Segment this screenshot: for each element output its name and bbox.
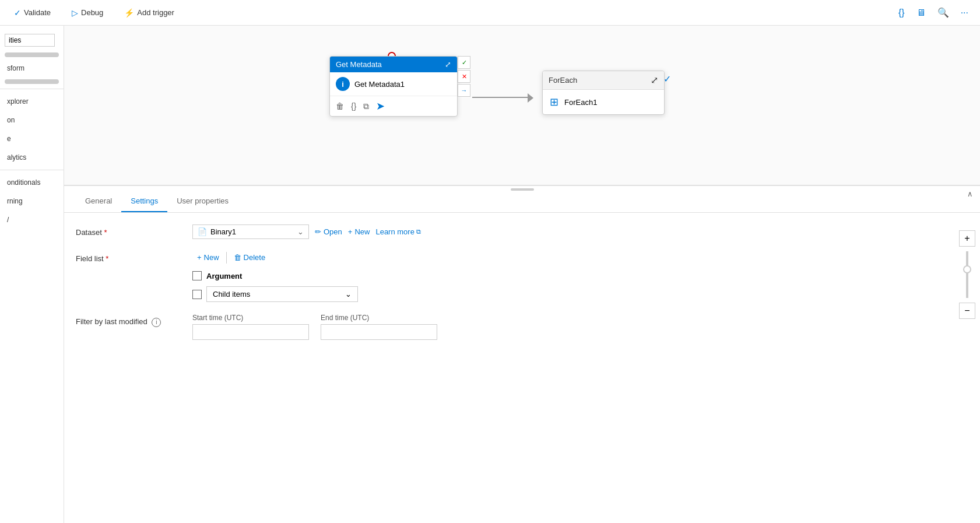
dataset-open-button[interactable]: ✏ Open [315,227,342,236]
sidebar-item-slash[interactable]: / [0,211,64,229]
validate-icon: ✓ [14,8,21,17]
node-info-icon: i [336,77,350,91]
field-delete-icon: 🗑 [234,253,241,262]
child-items-checkbox[interactable] [192,290,202,299]
sidebar-item-rning[interactable]: rning [0,192,64,210]
dataset-file-icon: 📄 [198,227,207,236]
start-time-group: Start time (UTC) [192,314,309,340]
dataset-label: Dataset * [76,224,181,237]
sidebar-item-sform[interactable]: sform [0,59,64,77]
top-toolbar: ✓ Validate ▷ Debug ⚡ Add trigger {} 🖥 🔍 … [0,0,980,26]
zoom-out-button[interactable]: − [959,303,975,319]
code-icon[interactable]: {} [896,5,907,20]
field-plus-icon: + [197,253,202,262]
dataset-required-marker: * [104,228,107,237]
zoom-controls: + − [959,230,975,319]
node-expand-icon[interactable]: ⤢ [445,60,451,69]
node-foreach[interactable]: ForEach ⤢ ⊞ ForEach1 [542,71,665,115]
external-link-icon: ⧉ [416,228,421,236]
argument-checkbox[interactable] [192,271,202,280]
node-get-metadata[interactable]: Get Metadata ⤢ i Get Metadata1 🗑 {} ⧉ ➤ [329,56,458,117]
child-items-dropdown[interactable]: Child items ⌄ [206,286,358,302]
field-divider [226,252,227,264]
node-body-get-metadata: i Get Metadata1 [330,72,457,96]
arrow-node-icon[interactable]: ➤ [376,100,385,113]
filter-info-icon[interactable]: i [152,318,161,327]
delete-node-icon[interactable]: 🗑 [336,101,344,111]
field-list-controls: + New 🗑 Delete [192,251,968,264]
node-arrow-button[interactable]: → [458,84,470,97]
sidebar-divider-2 [0,170,64,170]
sidebar-item-analytics[interactable]: alytics [0,149,64,166]
sidebar-scrollbar-1[interactable] [5,52,59,57]
filter-row: Filter by last modified i Start time (UT… [76,314,968,340]
node-side-buttons: ✓ ✕ → [458,56,470,97]
panel-collapse-button[interactable]: ∧ [967,189,973,198]
field-list-label: Field list * [76,251,181,263]
toolbar-right: {} 🖥 🔍 ··· [896,5,971,20]
node-header-get-metadata: Get Metadata ⤢ [330,57,457,72]
add-trigger-button[interactable]: ⚡ Add trigger [120,6,179,20]
panel-tabs: General Settings User properties [64,191,980,213]
zoom-thumb[interactable] [963,265,971,273]
learn-more-link[interactable]: Learn more ⧉ [375,227,420,236]
foreach-expand-icon[interactable]: ⤢ [651,75,658,86]
sidebar-divider-1 [0,89,64,89]
zoom-slider[interactable] [966,251,968,298]
more-icon[interactable]: ··· [958,5,971,20]
dataset-row: Dataset * 📄 Binary1 ⌄ ✏ Open [76,224,968,239]
trigger-icon: ⚡ [124,8,134,17]
debug-button[interactable]: ▷ Debug [67,6,108,20]
sidebar-search-container [0,30,64,50]
sidebar-scrollbar-2[interactable] [5,79,59,84]
node-actions-get-metadata: 🗑 {} ⧉ ➤ [330,96,457,116]
dataset-new-button[interactable]: + New [348,227,370,236]
validate-button[interactable]: ✓ Validate [9,6,55,20]
foreach-check-mark: ✓ [663,73,671,85]
dataset-dropdown[interactable]: 📄 Binary1 ⌄ [192,224,309,239]
child-items-row: Child items ⌄ [192,286,968,302]
dataset-control-area: 📄 Binary1 ⌄ ✏ Open + New [192,224,968,239]
field-new-button[interactable]: + New [192,251,224,264]
connection-line [472,97,531,98]
field-list-control-area: + New 🗑 Delete Argumen [192,251,968,302]
sidebar-item-on[interactable]: on [0,111,64,129]
node-x-button[interactable]: ✕ [458,70,470,83]
panel-content: Dataset * 📄 Binary1 ⌄ ✏ Open [64,213,980,352]
debug-icon: ▷ [72,8,78,17]
sidebar-item-e[interactable]: e [0,130,64,148]
end-time-group: End time (UTC) [321,314,437,340]
left-sidebar: sform xplorer on e alytics onditionals r… [0,26,64,523]
sidebar-item-explorer[interactable]: xplorer [0,93,64,110]
child-items-dropdown-arrow-icon: ⌄ [345,290,352,299]
main-layout: sform xplorer on e alytics onditionals r… [0,26,980,523]
foreach-node-icon: ⊞ [550,96,559,108]
node-check-button[interactable]: ✓ [458,56,470,69]
dataset-dropdown-arrow-icon: ⌄ [297,227,304,236]
tab-settings[interactable]: Settings [121,191,167,212]
field-delete-button[interactable]: 🗑 Delete [229,251,271,264]
end-time-input[interactable] [321,324,437,340]
copy-node-icon[interactable]: ⧉ [363,101,369,111]
start-time-label: Start time (UTC) [192,314,309,322]
sidebar-search-input[interactable] [5,34,55,47]
plus-icon: + [348,227,353,236]
pencil-icon: ✏ [315,227,321,236]
canvas-area[interactable]: Get Metadata ⤢ i Get Metadata1 🗑 {} ⧉ ➤ … [64,26,980,523]
filter-label: Filter by last modified i [76,314,181,327]
monitor-icon[interactable]: 🖥 [914,5,928,20]
tab-general[interactable]: General [76,191,121,212]
tab-user-properties[interactable]: User properties [167,191,238,212]
end-time-label: End time (UTC) [321,314,437,322]
argument-row: Argument [192,271,968,280]
bottom-panel: ∧ General Settings User properties Da [64,185,980,523]
dataset-actions: ✏ Open + New Learn more ⧉ [315,227,421,236]
start-time-input[interactable] [192,324,309,340]
connection-arrow [528,93,533,103]
code-node-icon[interactable]: {} [351,101,356,111]
panel-resize-handle[interactable] [511,188,534,191]
zoom-in-button[interactable]: + [959,230,975,247]
field-list-row: Field list * + New 🗑 [76,251,968,302]
sidebar-item-conditionals[interactable]: onditionals [0,174,64,191]
search-icon[interactable]: 🔍 [935,5,951,20]
